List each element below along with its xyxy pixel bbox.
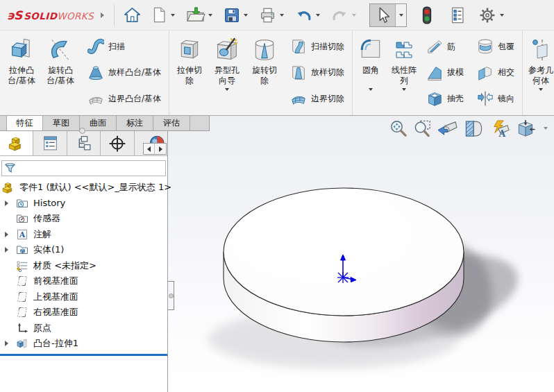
- ribbon-button-extrude-boss[interactable]: 拉伸凸 台/基体: [2, 33, 41, 115]
- section-view-icon: [463, 119, 484, 138]
- undo-dropdown-icon[interactable]: [316, 14, 320, 17]
- redo-dropdown-icon: [352, 14, 356, 17]
- tab-features[interactable]: 特征: [6, 116, 43, 130]
- tree-item-sensors[interactable]: 传感器: [0, 211, 167, 227]
- ribbon-button-loft-cut[interactable]: 放样切除: [287, 63, 347, 83]
- toolbar-separator: [114, 5, 115, 26]
- select-tool[interactable]: [369, 3, 407, 27]
- sweep-cut-icon: [289, 37, 308, 56]
- fillet-dropdown-icon[interactable]: [369, 88, 373, 91]
- panel-tab-propertymanager[interactable]: [33, 131, 67, 155]
- tree-item-boss-extrude1[interactable]: 凸台-拉伸1: [0, 336, 167, 352]
- save-button[interactable]: [220, 3, 253, 28]
- tree-item-front-plane[interactable]: 前视基准面: [0, 273, 167, 289]
- new-document-button[interactable]: [147, 3, 180, 28]
- disc-top-face[interactable]: [224, 188, 464, 316]
- ribbon-button-boundary-boss[interactable]: 边界凸台/基体: [84, 89, 164, 108]
- tab-sketch[interactable]: 草图: [43, 116, 80, 130]
- redo-button[interactable]: [328, 3, 361, 28]
- ribbon-button-mirror[interactable]: 镜向: [473, 89, 517, 108]
- panel-tab-displaymanager[interactable]: [135, 131, 167, 155]
- view-orientation-button[interactable]: [515, 119, 536, 138]
- ribbon-button-extrude-cut[interactable]: 拉伸切 除: [171, 33, 208, 115]
- open-dropdown-icon[interactable]: [208, 14, 212, 17]
- save-dropdown-icon[interactable]: [244, 14, 248, 17]
- panel-splitter-handle[interactable]: [79, 128, 85, 134]
- ribbon-button-shell[interactable]: 抽壳: [423, 89, 467, 108]
- options-button[interactable]: [475, 3, 509, 28]
- panel-tab-scroll-left-icon[interactable]: [144, 144, 155, 154]
- panel-tab-dimxpertmanager[interactable]: [101, 131, 134, 155]
- dimxpert-manager-icon: [108, 135, 126, 153]
- ribbon-button-revolve-cut[interactable]: 旋转切 除: [246, 33, 283, 115]
- hole-wizard-dropdown-icon[interactable]: [225, 88, 229, 91]
- menu-flyout-arrow-icon[interactable]: [101, 12, 104, 18]
- reference-geometry-dropdown-icon[interactable]: [539, 88, 543, 91]
- ribbon-button-intersect[interactable]: 相交: [473, 63, 517, 83]
- graphics-area[interactable]: 特征 草图 曲面 标注 评估 A: [0, 116, 554, 392]
- ribbon-button-linear-pattern[interactable]: 线性阵 列: [387, 33, 421, 115]
- ribbon-smallcol-features-2: 包覆 相交 镜向: [469, 33, 520, 115]
- tree-item-part-root[interactable]: 零件1 (默认) <<默认>_显示状态 1>: [0, 180, 167, 196]
- tab-annotations[interactable]: 标注: [117, 116, 153, 130]
- open-icon: [185, 6, 205, 24]
- ribbon-button-fillet[interactable]: 圆角: [355, 33, 387, 115]
- print-dropdown-icon[interactable]: [280, 14, 284, 17]
- tab-surfaces[interactable]: 曲面: [80, 116, 117, 130]
- tree-item-top-plane[interactable]: 上视基准面: [0, 289, 167, 305]
- tree-item-annotations[interactable]: A 注解: [0, 227, 167, 243]
- ribbon-group-reference: 参考几 何体: [523, 31, 554, 115]
- open-button[interactable]: [183, 3, 217, 28]
- ribbon-button-draft[interactable]: 拔模: [423, 63, 467, 83]
- linear-pattern-dropdown-icon[interactable]: [402, 88, 406, 91]
- view-orientation-dropdown-icon[interactable]: [544, 127, 548, 130]
- ribbon-button-sweep[interactable]: 扫描: [84, 37, 164, 56]
- ribbon-button-hole-wizard[interactable]: 异型孔 向导: [208, 33, 246, 115]
- section-view-button[interactable]: [463, 119, 484, 138]
- zoom-to-area-button[interactable]: [412, 119, 432, 138]
- tree-item-solid-bodies[interactable]: 实体(1): [0, 242, 167, 258]
- view-settings-button[interactable]: A: [489, 119, 510, 138]
- tree-item-origin[interactable]: 原点: [0, 321, 167, 336]
- ribbon-button-wrap[interactable]: 包覆: [473, 37, 517, 56]
- ribbon-button-rib[interactable]: 筋: [423, 37, 467, 56]
- undo-icon: [294, 6, 313, 24]
- file-properties-button[interactable]: [446, 3, 469, 28]
- tree-filter-input[interactable]: [1, 160, 166, 176]
- rebuild-button[interactable]: [417, 3, 437, 28]
- ribbon-button-sweep-cut[interactable]: 扫描切除: [287, 37, 347, 56]
- view-orientation-icon: [515, 119, 536, 138]
- tree-item-history[interactable]: History: [0, 196, 167, 212]
- ribbon-button-revolve-boss[interactable]: 旋转凸 台/基体: [41, 33, 80, 115]
- ribbon-group-features: 圆角 线性阵 列 筋 拔模 抽壳: [353, 31, 523, 115]
- previous-view-button[interactable]: [437, 119, 458, 138]
- print-button[interactable]: [255, 3, 289, 28]
- tree-item-material[interactable]: 材质 <未指定>: [0, 258, 167, 274]
- revolve-boss-icon: [47, 35, 74, 65]
- ribbon-button-loft-boss[interactable]: 放样凸台/基体: [84, 63, 164, 83]
- rib-icon: [426, 37, 444, 56]
- solidworks-logo-mark: ϶S: [7, 8, 22, 22]
- expand-arrow-icon[interactable]: [5, 232, 15, 237]
- options-dropdown-icon[interactable]: [500, 14, 504, 17]
- panel-tab-featuremanager[interactable]: [0, 131, 33, 155]
- panel-tab-configurationmanager[interactable]: [67, 131, 101, 155]
- select-dropdown-icon[interactable]: [395, 4, 406, 26]
- undo-button[interactable]: [292, 3, 325, 28]
- expand-arrow-icon[interactable]: [5, 341, 15, 346]
- zoom-to-fit-button[interactable]: [388, 119, 408, 138]
- panel-collapse-handle[interactable]: [168, 281, 174, 310]
- select-cursor-icon[interactable]: [370, 4, 395, 26]
- panel-tab-scroll-right-icon[interactable]: [155, 144, 166, 154]
- home-button[interactable]: [120, 3, 144, 28]
- expand-arrow-icon[interactable]: [5, 201, 15, 206]
- tree-item-right-plane[interactable]: 右视基准面: [0, 305, 167, 321]
- ribbon-button-reference-geometry[interactable]: 参考几 何体: [525, 33, 554, 115]
- rollback-bar[interactable]: [0, 354, 167, 356]
- new-document-dropdown-icon[interactable]: [171, 14, 175, 17]
- expand-arrow-icon[interactable]: [5, 247, 15, 253]
- featuremanager-tree-icon: [8, 135, 25, 152]
- tab-evaluate[interactable]: 评估: [153, 116, 190, 130]
- history-folder-icon: [15, 197, 29, 210]
- ribbon-button-boundary-cut[interactable]: 边界切除: [287, 89, 347, 108]
